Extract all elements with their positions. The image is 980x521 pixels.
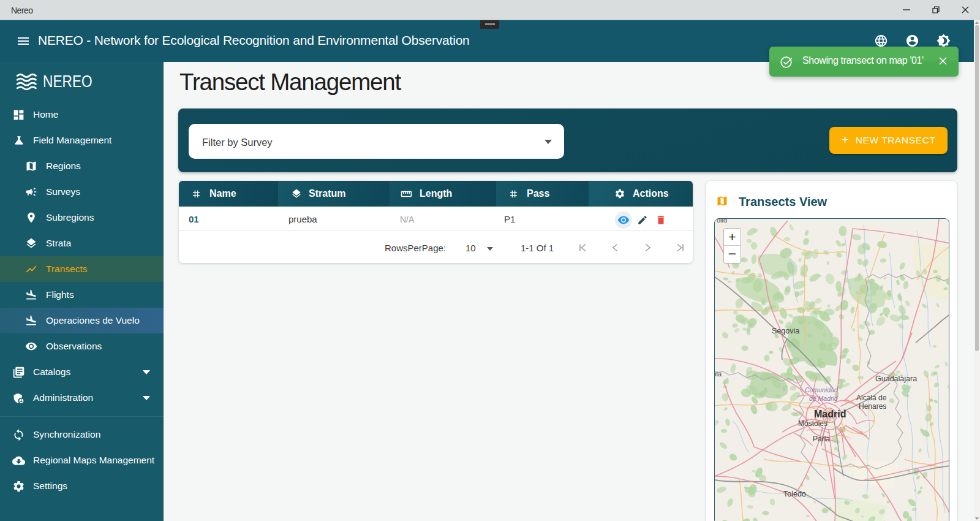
svg-text:Segovia: Segovia [772,327,799,335]
svg-text:Toledo: Toledo [783,490,806,498]
svg-text:Alcalá de: Alcalá de [856,394,887,402]
svg-text:Parla: Parla [813,435,830,443]
svg-text:Guadalajara: Guadalajara [875,375,917,383]
svg-text:de Madrid: de Madrid [809,395,839,402]
svg-text:Henares: Henares [859,402,886,411]
svg-text:olid: olid [717,219,727,224]
svg-text:Comunidad: Comunidad [805,386,839,394]
svg-text:ila: ila [715,370,722,378]
svg-text:Madrid: Madrid [814,409,846,419]
svg-text:Móstoles: Móstoles [798,419,827,428]
